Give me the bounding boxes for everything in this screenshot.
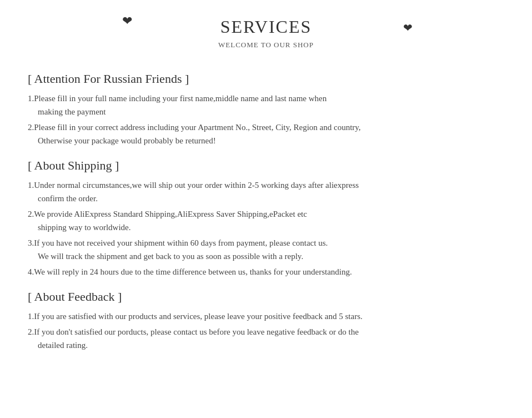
list-item-indent: shipping way to worldwide. bbox=[28, 221, 504, 234]
header-decorations: ❤ SERVICES WELCOME TO OUR SHOP ❤ bbox=[22, 17, 510, 49]
list-item-text: 1.If you are satisfied with our products… bbox=[28, 312, 363, 321]
list-item-indent: making the payment bbox=[28, 105, 504, 118]
section-feedback-title: [ About Feedback ] bbox=[28, 290, 504, 304]
section-feedback: [ About Feedback ] 1.If you are satisfie… bbox=[28, 290, 504, 352]
divider-row: WELCOME TO OUR SHOP bbox=[210, 41, 322, 49]
heart-left-icon: ❤ bbox=[122, 14, 132, 28]
list-item-text: 2.We provide AliExpress Standard Shippin… bbox=[28, 210, 307, 218]
section-attention-list: 1.Please fill in your full name includin… bbox=[28, 92, 504, 147]
welcome-subtitle: WELCOME TO OUR SHOP bbox=[210, 41, 322, 49]
list-item: 1.Please fill in your full name includin… bbox=[28, 92, 504, 118]
list-item: 1.Under normal circumstances,we will shi… bbox=[28, 178, 504, 205]
list-item-text: 3.If you have not received your shipment… bbox=[28, 238, 328, 247]
header: ❤ SERVICES WELCOME TO OUR SHOP ❤ bbox=[22, 11, 510, 49]
content-area: [ Attention For Russian Friends ] 1.Plea… bbox=[22, 49, 510, 374]
list-item-indent: confirm the order. bbox=[28, 192, 504, 205]
heart-right-icon: ❤ bbox=[403, 21, 413, 34]
section-shipping-list: 1.Under normal circumstances,we will shi… bbox=[28, 178, 504, 278]
list-item: 1.If you are satisfied with our products… bbox=[28, 310, 504, 323]
section-attention: [ Attention For Russian Friends ] 1.Plea… bbox=[28, 72, 504, 147]
list-item-indent: We will track the shipment and get back … bbox=[28, 250, 504, 263]
list-item-indent: Otherwise your package would probably be… bbox=[28, 134, 504, 147]
list-item-text: 2.If you don't satisfied our porducts, p… bbox=[28, 327, 359, 336]
list-item: 2.We provide AliExpress Standard Shippin… bbox=[28, 207, 504, 234]
section-shipping-title: [ About Shipping ] bbox=[28, 158, 504, 173]
list-item-text: 1.Under normal circumstances,we will shi… bbox=[28, 181, 359, 190]
list-item: 2.Please fill in your correct address in… bbox=[28, 121, 504, 147]
list-item-text: 4.We will reply in 24 hours due to the t… bbox=[28, 267, 352, 276]
list-item: 2.If you don't satisfied our porducts, p… bbox=[28, 325, 504, 352]
page-title: SERVICES bbox=[210, 17, 322, 37]
list-item: 4.We will reply in 24 hours due to the t… bbox=[28, 265, 504, 278]
list-item-indent: detailed rating. bbox=[28, 339, 504, 352]
section-attention-title: [ Attention For Russian Friends ] bbox=[28, 72, 504, 86]
section-feedback-list: 1.If you are satisfied with our products… bbox=[28, 310, 504, 352]
page-container: ❤ SERVICES WELCOME TO OUR SHOP ❤ [ Atten… bbox=[0, 0, 532, 396]
section-shipping: [ About Shipping ] 1.Under normal circum… bbox=[28, 158, 504, 278]
list-item-text: 2.Please fill in your correct address in… bbox=[28, 123, 361, 132]
list-item: 3.If you have not received your shipment… bbox=[28, 236, 504, 263]
list-item-text: 1.Please fill in your full name includin… bbox=[28, 94, 327, 103]
